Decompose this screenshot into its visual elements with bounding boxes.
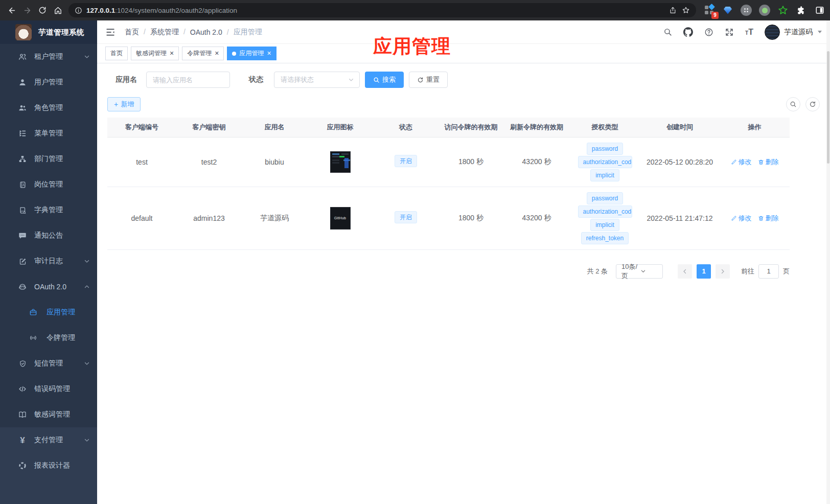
briefcase-icon [29, 308, 37, 316]
help-icon[interactable] [704, 28, 713, 37]
reset-button[interactable]: 重置 [409, 72, 448, 88]
extension-star-icon[interactable] [776, 3, 790, 17]
extension-gem-icon[interactable] [721, 3, 735, 17]
tab-sensitive-word[interactable]: 敏感词管理 [131, 47, 179, 60]
url-host: 127.0.0.1 [86, 7, 115, 14]
prev-page-button[interactable] [678, 264, 692, 279]
breadcrumb-system[interactable]: 系统管理 [150, 28, 190, 37]
sidebar-item-audit-log[interactable]: 审计日志 [0, 248, 97, 274]
sidebar-item-sms[interactable]: 短信管理 [0, 351, 97, 376]
pagination-total: 共 2 条 [587, 267, 608, 276]
next-page-button[interactable] [716, 264, 730, 279]
cell-client-id: default [107, 187, 176, 249]
cell-created: 2022-05-12 00:28:20 [640, 137, 720, 187]
sidebar-item-report-designer[interactable]: 报表设计器 [0, 453, 97, 478]
sidebar-item-errcode[interactable]: 错误码管理 [0, 376, 97, 402]
app-name-input[interactable] [146, 72, 230, 88]
page-number-button[interactable]: 1 [697, 264, 711, 279]
status-badge: 开启 [395, 211, 417, 223]
edit-button[interactable]: 修改 [731, 214, 752, 223]
extension-record-icon[interactable] [757, 3, 772, 17]
chevron-down-icon [84, 258, 90, 264]
sidebar-item-oauth2[interactable]: OAuth 2.0 [0, 274, 97, 300]
font-size-icon[interactable]: TT [745, 28, 753, 36]
browser-forward-button[interactable] [19, 3, 35, 18]
user-menu[interactable]: 芋道源码 [765, 25, 822, 40]
sidebar-item-label: 支付管理 [34, 436, 63, 445]
add-button[interactable]: + 新增 [107, 97, 141, 111]
cell-refresh-validity: 43200 秒 [503, 137, 570, 187]
grant-tag: password [587, 143, 623, 155]
edit-button[interactable]: 修改 [731, 157, 752, 167]
url-text: 127.0.0.1:1024/system/oauth2/oauth2/appl… [86, 7, 665, 14]
sidebar-item-payment[interactable]: ¥ 支付管理 [0, 427, 97, 453]
page-content: 应用名 状态 请选择状态 搜索 重置 [97, 63, 830, 504]
close-icon[interactable] [215, 50, 219, 57]
scrollbar-thumb[interactable] [827, 51, 829, 164]
sidebar-fold-icon[interactable] [105, 27, 116, 37]
share-icon[interactable] [669, 6, 677, 14]
search-button[interactable]: 搜索 [365, 72, 404, 88]
cell-access-validity: 1800 秒 [439, 137, 503, 187]
sidebar-item-user[interactable]: 用户管理 [0, 70, 97, 95]
close-icon[interactable] [170, 50, 174, 57]
delete-label: 删除 [766, 157, 779, 167]
table-toolbar: + 新增 [107, 97, 820, 111]
tab-application[interactable]: 应用管理 [227, 47, 276, 60]
page-size-select[interactable]: 10条/页 [616, 264, 663, 279]
bookmark-star-icon[interactable] [682, 6, 690, 14]
sidebar-item-tenant[interactable]: 租户管理 [0, 44, 97, 70]
sidebar-item-label: 令牌管理 [47, 333, 75, 342]
status-select[interactable]: 请选择状态 [274, 72, 360, 88]
filter-form: 应用名 状态 请选择状态 搜索 重置 [107, 72, 820, 88]
browser-home-button[interactable] [50, 3, 65, 18]
sidebar-item-token[interactable]: 令牌管理 [0, 325, 97, 351]
extension-command-icon[interactable] [739, 3, 753, 17]
avatar [765, 25, 780, 40]
cell-status: 开启 [373, 187, 439, 249]
close-icon[interactable] [267, 50, 271, 57]
window-scrollbar[interactable] [826, 20, 830, 504]
goto-page-input[interactable] [758, 264, 779, 279]
chevron-down-icon [84, 437, 90, 443]
breadcrumb-oauth2[interactable]: OAuth 2.0 [190, 28, 234, 36]
cell-status: 开启 [373, 137, 439, 187]
sidebar-item-dict[interactable]: 字典管理 [0, 197, 97, 223]
browser-back-button[interactable] [4, 3, 19, 18]
sidebar-item-label: 岗位管理 [34, 180, 63, 189]
col-actions: 操作 [720, 118, 790, 137]
browser-reload-button[interactable] [35, 3, 50, 18]
extension-grid-icon[interactable]: 9 [702, 3, 717, 17]
grant-tag: authorization_code [578, 205, 632, 218]
sidebar-item-dept[interactable]: 部门管理 [0, 146, 97, 172]
search-icon[interactable] [663, 28, 672, 36]
grant-tag: refresh_token [581, 232, 629, 244]
extension-puzzle-icon[interactable] [794, 3, 809, 17]
extension-sidepanel-icon[interactable] [813, 3, 827, 17]
sidebar-item-sensitive-word[interactable]: 敏感词管理 [0, 402, 97, 427]
sidebar-item-role[interactable]: 角色管理 [0, 95, 97, 121]
col-access-validity: 访问令牌的有效期 [439, 118, 503, 137]
fullscreen-icon[interactable] [725, 28, 734, 37]
chevron-down-icon [348, 77, 354, 83]
app-logo-bar[interactable]: 芋道管理系统 [0, 20, 97, 44]
address-bar[interactable]: 127.0.0.1:1024/system/oauth2/oauth2/appl… [68, 3, 696, 17]
sidebar-item-label: 字典管理 [34, 205, 63, 215]
tab-token[interactable]: 令牌管理 [182, 47, 224, 60]
breadcrumb-home[interactable]: 首页 [125, 28, 150, 37]
sidebar-item-notice[interactable]: 通知公告 [0, 223, 97, 248]
delete-button[interactable]: 删除 [758, 214, 779, 223]
site-info-icon[interactable] [75, 7, 82, 14]
cell-created: 2022-05-11 21:47:12 [640, 187, 720, 249]
sidebar-item-label: 报表设计器 [34, 461, 70, 470]
github-icon[interactable] [683, 27, 693, 37]
tab-home[interactable]: 首页 [105, 47, 128, 60]
show-search-toggle-button[interactable] [786, 97, 800, 111]
sidebar-item-application[interactable]: 应用管理 [0, 300, 97, 325]
app-icon-image: GitHub [330, 207, 351, 230]
status-label: 状态 [249, 75, 263, 84]
delete-button[interactable]: 删除 [758, 157, 779, 167]
sidebar-item-post[interactable]: 岗位管理 [0, 172, 97, 197]
sidebar-item-menu[interactable]: 菜单管理 [0, 121, 97, 146]
refresh-table-button[interactable] [805, 97, 820, 111]
